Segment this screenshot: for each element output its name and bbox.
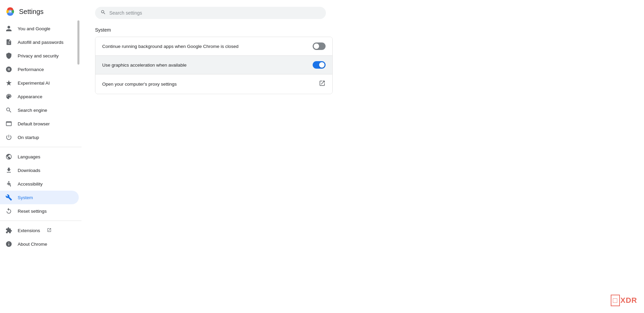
power-icon (5, 134, 12, 141)
sidebar-item-system[interactable]: System (0, 191, 79, 204)
sidebar-item-experimental-ai[interactable]: Experimental AI (0, 76, 79, 90)
sidebar-scrollbar[interactable] (77, 0, 80, 313)
sidebar-item-label: You and Google (18, 26, 50, 31)
sidebar-item-label: Accessibility (18, 181, 43, 187)
sidebar-item-label: Downloads (18, 168, 40, 173)
proxy-settings-label: Open your computer's proxy settings (102, 82, 177, 87)
search-icon (100, 10, 106, 16)
sidebar-item-you-and-google[interactable]: You and Google (0, 22, 79, 35)
search-bar-wrapper (95, 7, 630, 19)
download-icon (5, 167, 12, 174)
sidebar-item-extensions[interactable]: Extensions (0, 224, 79, 237)
reset-icon (5, 208, 12, 214)
sidebar-item-privacy[interactable]: Privacy and security (0, 49, 79, 63)
palette-icon (5, 93, 12, 100)
main-content: System Continue running background apps … (81, 0, 644, 313)
star-icon (5, 80, 12, 86)
sidebar-item-label: Default browser (18, 121, 50, 126)
graphics-acceleration-row: Use graphics acceleration when available (95, 56, 332, 74)
search-input[interactable] (109, 10, 320, 16)
sidebar-item-about-chrome[interactable]: About Chrome (0, 237, 79, 251)
sidebar-item-label: Search engine (18, 108, 47, 113)
sidebar-item-search-engine[interactable]: Search engine (0, 103, 79, 117)
toggle-slider-off (313, 42, 326, 50)
graphics-acceleration-label: Use graphics acceleration when available (102, 63, 186, 68)
app-title: Settings (19, 8, 43, 16)
sidebar-divider-2 (0, 221, 81, 221)
graphics-acceleration-toggle[interactable] (313, 61, 326, 69)
sidebar-item-default-browser[interactable]: Default browser (0, 117, 79, 131)
sidebar-item-label: Privacy and security (18, 53, 59, 58)
sidebar-item-reset-settings[interactable]: Reset settings (0, 204, 79, 218)
sidebar-item-label: Languages (18, 154, 40, 159)
sidebar-item-label: Extensions (18, 228, 40, 233)
sidebar-item-label: Reset settings (18, 209, 47, 214)
accessibility-icon (5, 180, 12, 187)
proxy-settings-row[interactable]: Open your computer's proxy settings (95, 74, 332, 94)
sidebar-item-label: Experimental AI (18, 81, 50, 86)
sidebar: Settings You and Google Autofill and pas… (0, 0, 81, 313)
sidebar-item-label: System (18, 195, 33, 200)
sidebar-item-languages[interactable]: Languages (0, 150, 79, 163)
speed-icon (5, 66, 12, 73)
settings-card: Continue running background apps when Go… (95, 37, 333, 94)
wrench-icon (5, 194, 12, 201)
autofill-icon (5, 39, 12, 46)
sidebar-item-performance[interactable]: Performance (0, 63, 79, 76)
sidebar-divider (0, 147, 81, 147)
browser-icon (5, 120, 12, 127)
sidebar-item-accessibility[interactable]: Accessibility (0, 177, 79, 191)
sidebar-item-downloads[interactable]: Downloads (0, 163, 79, 177)
background-apps-label: Continue running background apps when Go… (102, 44, 239, 49)
chrome-logo-icon (5, 7, 15, 16)
sidebar-item-on-startup[interactable]: On startup (0, 131, 79, 144)
svg-point-4 (8, 181, 9, 182)
sidebar-item-label: On startup (18, 135, 39, 140)
sidebar-item-label: Autofill and passwords (18, 40, 63, 45)
sidebar-item-label: Performance (18, 67, 44, 72)
toggle-slider-on (313, 61, 326, 69)
sidebar-item-label: About Chrome (18, 242, 47, 247)
sidebar-item-autofill[interactable]: Autofill and passwords (0, 35, 79, 49)
scrollbar-thumb (77, 20, 79, 65)
info-icon (5, 241, 12, 247)
external-link-icon (47, 228, 52, 233)
search-bar (95, 7, 326, 19)
sidebar-header: Settings (0, 3, 81, 22)
sidebar-nav: You and Google Autofill and passwords Pr… (0, 22, 81, 313)
globe-icon (5, 153, 12, 160)
sidebar-item-label: Appearance (18, 94, 42, 99)
search-icon (5, 107, 12, 114)
shield-icon (5, 52, 12, 59)
person-icon (5, 25, 12, 32)
background-apps-toggle[interactable] (313, 42, 326, 50)
background-apps-row: Continue running background apps when Go… (95, 37, 332, 56)
xda-watermark: □XDR (611, 295, 637, 306)
sidebar-item-appearance[interactable]: Appearance (0, 90, 79, 103)
proxy-external-link-icon[interactable] (319, 80, 326, 88)
section-title: System (95, 27, 630, 33)
svg-point-3 (10, 11, 11, 13)
extensions-icon (5, 227, 12, 234)
